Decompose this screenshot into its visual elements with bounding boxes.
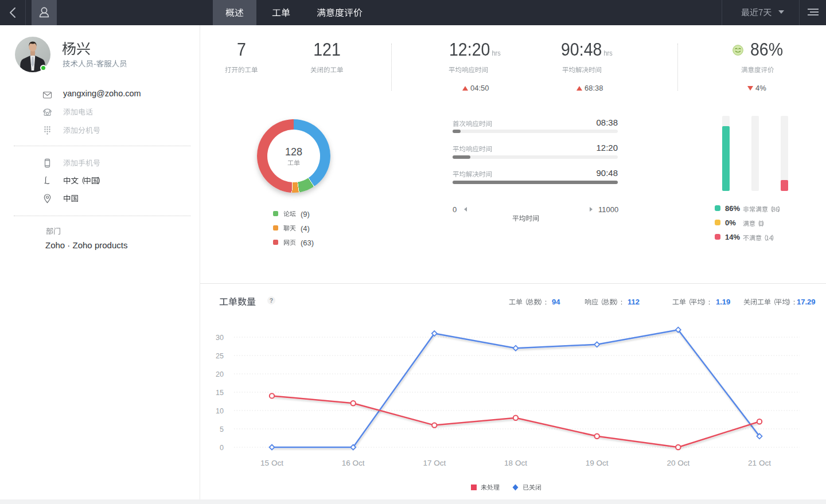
svg-text:18 Oct: 18 Oct: [504, 459, 527, 467]
svg-text:20: 20: [216, 370, 224, 378]
svg-text:25: 25: [216, 352, 224, 360]
svg-text:15: 15: [216, 389, 224, 397]
svg-text:17 Oct: 17 Oct: [423, 459, 446, 467]
svg-text:5: 5: [220, 425, 224, 433]
svg-text:20 Oct: 20 Oct: [667, 459, 689, 467]
svg-text:15 Oct: 15 Oct: [260, 459, 283, 467]
svg-text:10: 10: [216, 407, 224, 415]
svg-text:16 Oct: 16 Oct: [342, 459, 365, 467]
svg-text:21 Oct: 21 Oct: [748, 459, 771, 467]
svg-text:19 Oct: 19 Oct: [586, 459, 609, 467]
svg-text:30: 30: [216, 334, 224, 342]
svg-text:0: 0: [220, 444, 224, 452]
